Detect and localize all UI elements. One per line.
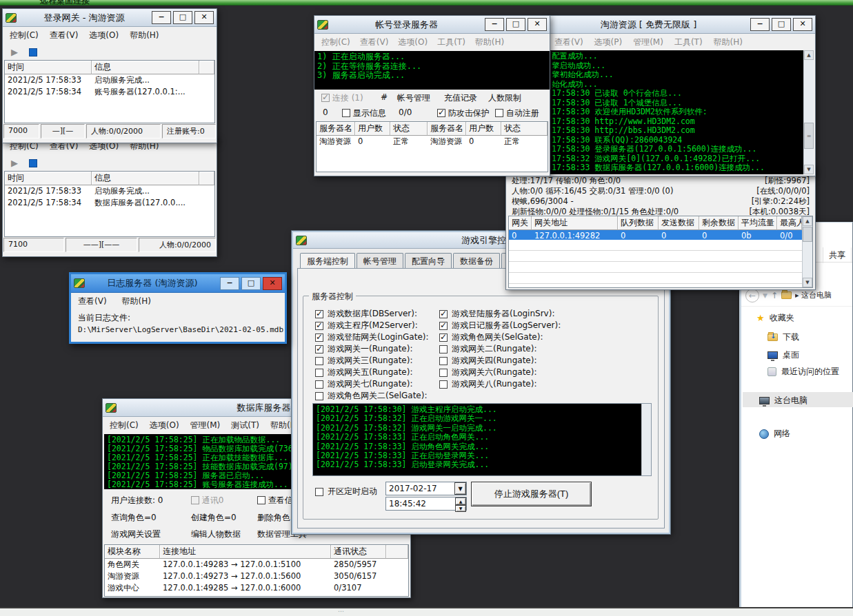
up-icon[interactable]: ↑ — [771, 291, 778, 300]
m2-titlebar[interactable]: 淘游资源 [ 免费无限版 ] − □ ✕ — [548, 16, 815, 34]
menu-options[interactable]: 选项(O) — [398, 37, 428, 48]
menu-view[interactable]: 查看(V) — [78, 296, 107, 307]
col-server-name2[interactable]: 服务器名 — [428, 122, 466, 136]
time-spinner[interactable]: 18:45:42 ▲ ▼ — [385, 497, 467, 511]
col-max-users[interactable]: 最高人数 — [777, 216, 802, 230]
check-rungate3[interactable]: 游戏网关三(Rungate): — [315, 355, 429, 367]
col-sent[interactable]: 发送数据 — [659, 216, 699, 230]
col-message[interactable]: 信息 — [92, 61, 199, 74]
minimize-button[interactable]: − — [152, 11, 171, 24]
login-gateway-titlebar[interactable]: 登录网关 - 淘游资源 − □ ✕ — [3, 9, 217, 27]
check-logingate[interactable]: 游戏登陆网关(LoginGate): — [315, 331, 429, 343]
col-avg-flow[interactable]: 平均流量 — [739, 216, 777, 230]
table-row[interactable]: 淘游资源 0 正常 淘游资源 0 正常 — [317, 136, 548, 147]
check-logserver[interactable]: 游戏日记服务器(LogServer): — [439, 320, 561, 331]
menu-help[interactable]: 帮助(H) — [475, 37, 504, 48]
col-time[interactable]: 时间 — [5, 61, 92, 74]
log-row[interactable]: 2021/2/5 17:58:34 数据库服务器(127.0.0.... — [5, 197, 214, 209]
stop-icon[interactable] — [29, 48, 37, 57]
table-row[interactable]: 角色网关 127.0.0.1:49283 → 127.0.0.1:5100 28… — [105, 559, 408, 571]
breadcrumb[interactable]: ▸ 这台电脑 — [795, 290, 832, 300]
start-icon[interactable]: ▶ — [11, 158, 18, 168]
menu-help[interactable]: 帮助(H) — [122, 296, 151, 307]
menu-options[interactable]: 选项(O) — [150, 420, 179, 431]
col-server-name[interactable]: 服务器名 — [317, 122, 355, 136]
gateway-table-scrollbar[interactable]: ▲ ▼ — [802, 216, 812, 287]
check-rungate8[interactable]: 游戏网关八(Rungate): — [439, 378, 561, 390]
close-button[interactable]: ✕ — [194, 11, 214, 24]
time-spin-buttons[interactable]: ▲ ▼ — [455, 497, 466, 510]
menu-view[interactable]: 查看(V) — [360, 37, 389, 48]
anti-attack-checkbox[interactable]: 防攻击保护 — [437, 107, 490, 119]
stop-icon[interactable] — [29, 159, 37, 167]
maximize-button[interactable]: □ — [173, 11, 192, 24]
col-user-count2[interactable]: 用户数 — [466, 122, 501, 136]
maximize-button[interactable]: □ — [772, 18, 791, 31]
recharge-link[interactable]: 充值记录 — [444, 92, 477, 104]
check-rungate7[interactable]: 游戏网关七(Rungate): — [315, 378, 429, 390]
col-remaining[interactable]: 剩余数据 — [699, 216, 739, 230]
menu-tools[interactable]: 工具(T) — [674, 37, 703, 48]
auto-register-checkbox[interactable]: 自动注册 — [495, 107, 539, 119]
check-rungate2[interactable]: 游戏网关二(Rungate): — [439, 343, 561, 355]
remote-desktop-bar[interactable]: 远程桌面连接 — [0, 0, 853, 6]
check-selgate[interactable]: 游戏角色网关(SelGate): — [439, 331, 561, 343]
check-selgate2[interactable]: 游戏角色网关二(SelGate): — [315, 390, 429, 402]
menu-manage[interactable]: 管理(M) — [633, 37, 663, 48]
account-manage-link[interactable]: 帐号管理 — [397, 92, 430, 104]
menu-manage[interactable]: 管理(M) — [190, 420, 221, 431]
col-time[interactable]: 时间 — [5, 172, 92, 185]
date-dropdown-icon[interactable]: ▼ — [454, 482, 466, 495]
col-user-count[interactable]: 用户数 — [355, 122, 390, 136]
account-titlebar[interactable]: 帐号登录服务器 − □ ✕ — [314, 16, 550, 34]
close-button[interactable]: ✕ — [528, 18, 547, 31]
sidebar-item-thispc[interactable]: 这台电脑 — [759, 395, 807, 407]
m2-console-scrollbar[interactable]: ▲ ≡ ▼ — [803, 50, 814, 174]
col-gateway-addr[interactable]: 网关地址 — [532, 216, 618, 230]
close-button[interactable]: ✕ — [793, 18, 812, 31]
timer-start-checkbox[interactable]: 开区定时启动 — [315, 486, 377, 497]
log-row[interactable]: 2021/2/5 17:58:34 账号服务器(127.0.0.1:... — [5, 86, 214, 98]
col-address[interactable]: 连接地址 — [160, 545, 331, 559]
back-icon[interactable]: ← — [745, 289, 759, 302]
col-status[interactable]: 状态 — [390, 122, 428, 136]
edit-player-link[interactable]: 编辑人物数据 — [191, 528, 241, 540]
check-rungate4[interactable]: 游戏网关四(Rungate): — [439, 355, 561, 367]
col-module[interactable]: 模块名称 — [105, 545, 160, 559]
menu-control[interactable]: 控制(C) — [110, 420, 139, 431]
menu-control[interactable]: 控制(C) — [10, 30, 39, 41]
sidebar-item-recent[interactable]: 最近访问的位置 — [767, 366, 839, 378]
menu-options[interactable]: 选项(P) — [594, 37, 623, 48]
log-row[interactable]: 2021/2/5 17:58:33 启动服务完成... — [5, 74, 214, 86]
tab-share[interactable]: 共享 — [823, 247, 852, 263]
taskbar[interactable]: ⋯ — [0, 607, 853, 616]
menu-tools[interactable]: 工具(T) — [437, 37, 465, 48]
engine-console-scrollbar[interactable] — [641, 404, 651, 475]
maximize-button[interactable]: □ — [241, 277, 261, 290]
menu-help[interactable]: 帮助(H) — [130, 30, 159, 41]
table-row[interactable]: 游戏中心 127.0.0.1:49285 → 127.0.0.1:6000 0/… — [105, 582, 408, 594]
check-dbserver[interactable]: 游戏数据库(DBServer): — [315, 308, 429, 320]
col-message[interactable]: 信息 — [92, 172, 199, 185]
maximize-button[interactable]: □ — [506, 18, 525, 31]
start-icon[interactable]: ▶ — [11, 47, 18, 57]
sidebar-item-desktop[interactable]: 桌面 — [767, 349, 799, 361]
sidebar-item-downloads[interactable]: 下载 — [767, 331, 799, 343]
table-row[interactable]: 淘游资源 127.0.0.1:49273 → 127.0.0.1:5600 30… — [105, 571, 408, 582]
comm-checkbox[interactable]: 通讯0 — [191, 495, 223, 506]
col-queue[interactable]: 队列数据 — [618, 216, 659, 230]
menu-options[interactable]: 选项(O) — [89, 30, 119, 41]
log-server-titlebar[interactable]: 日志服务器 (淘游资源) − □ ✕ — [71, 274, 285, 293]
minimize-button[interactable]: − — [750, 18, 770, 31]
gateway-settings-link[interactable]: 游戏网关设置 — [111, 528, 161, 540]
close-button[interactable]: ✕ — [263, 277, 282, 290]
connect-checkbox[interactable]: 连接 (1) — [321, 92, 363, 104]
menu-control[interactable]: 控制(C) — [321, 37, 350, 48]
col-gateway[interactable]: 网关 — [509, 216, 532, 230]
sidebar-item-network[interactable]: 网络 — [759, 428, 790, 440]
check-m2server[interactable]: 游戏主程序(M2Server): — [315, 320, 429, 331]
limit-link[interactable]: 人数限制 — [488, 92, 521, 104]
col-comm-status[interactable]: 通讯状态 — [331, 545, 386, 559]
menu-view[interactable]: 查看(V) — [50, 30, 79, 41]
check-loginsrv[interactable]: 游戏登陆服务器(LoginSrv): — [439, 308, 561, 320]
